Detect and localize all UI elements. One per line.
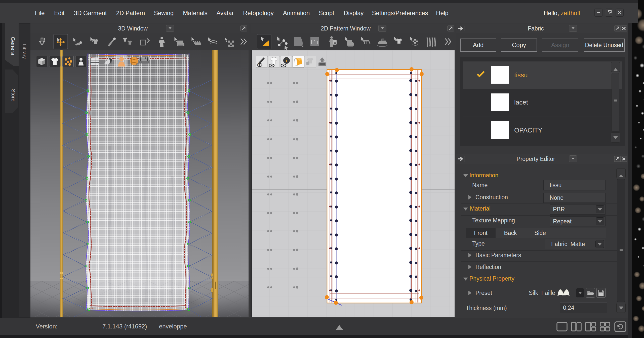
svg-text:i: i: [286, 58, 287, 63]
